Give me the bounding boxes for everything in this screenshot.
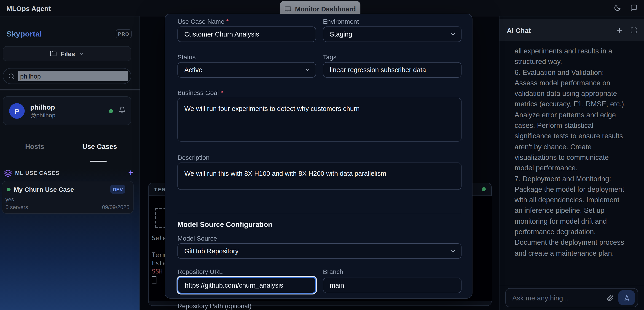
terminal-cursor [152, 276, 156, 284]
files-label: Files [60, 50, 75, 57]
monitor-icon [284, 6, 291, 12]
search-selected-text: philhop [18, 71, 128, 81]
environment-select[interactable]: Staging [323, 26, 462, 42]
use-case-servers: 0 servers [6, 204, 28, 210]
files-dropdown-button[interactable]: Files [3, 46, 131, 61]
description-label: Description [178, 154, 210, 161]
terminal-line: Sele [152, 235, 166, 242]
chevron-down-icon [79, 51, 84, 56]
folder-icon [50, 50, 57, 57]
chevron-down-icon [304, 67, 310, 73]
terminal-line: Esta [152, 260, 166, 267]
search-icon [8, 73, 15, 79]
status-label: Status [178, 53, 196, 61]
expand-icon[interactable] [630, 27, 637, 33]
model-source-select[interactable]: GitHub Repository [178, 243, 462, 259]
tags-input[interactable]: linear regression subscriber data [323, 62, 462, 78]
paperclip-icon[interactable] [607, 294, 614, 301]
required-marker: * [226, 18, 229, 25]
ai-chat-header: AI Chat [500, 19, 644, 41]
send-icon [623, 294, 630, 301]
use-case-date: 09/09/2025 [102, 204, 130, 210]
status-select[interactable]: Active [178, 62, 316, 78]
repository-url-label: Repository URL [178, 268, 223, 275]
terminal-line: Term [152, 252, 166, 258]
use-case-name-label: Use Case Name * [178, 18, 229, 25]
brand-logo: Skyportal [6, 30, 42, 39]
user-status-dot [109, 109, 113, 113]
ai-chat-panel: AI Chat all experiments and results in a… [499, 16, 644, 310]
terminal-status-dot [482, 187, 486, 191]
sidebar-divider [0, 90, 140, 90]
sidebar: Skyportal PRO Files philhop P philhop @p… [0, 16, 140, 310]
tab-use-cases[interactable]: Use Cases [82, 143, 117, 150]
avatar: P [9, 103, 25, 119]
tab-hosts[interactable]: Hosts [25, 143, 44, 150]
use-case-subtitle: yes [6, 196, 14, 203]
user-name: philhop [30, 103, 55, 111]
use-case-title: My Churn Use Case [14, 186, 74, 193]
business-goal-label: Business Goal * [178, 89, 223, 96]
app-title: MLOps Agent [6, 4, 51, 12]
ai-chat-input[interactable]: Ask me anything... [506, 288, 638, 307]
app-root: TERMINAL Sele Term Esta SSH MLOps Agent … [0, 0, 644, 310]
model-source-label: Model Source [178, 235, 217, 242]
new-chat-plus-icon[interactable] [616, 27, 623, 33]
terminal-line-ssh: SSH [152, 268, 162, 275]
moon-icon[interactable] [614, 4, 621, 11]
chevron-down-icon [450, 31, 456, 37]
use-case-modal: Use Case Name * Customer Churn Analysis … [165, 14, 472, 299]
add-use-case-button[interactable]: + [128, 168, 133, 178]
env-badge: DEV [110, 185, 125, 194]
required-marker: * [220, 89, 223, 96]
ai-chat-footer: Ask me anything... [500, 285, 644, 310]
user-profile-card[interactable]: P philhop @philhop [3, 96, 131, 125]
business-goal-textarea[interactable]: We will run four experiments to detect w… [178, 98, 462, 142]
ai-chat-message: all experiments and results in a structu… [514, 46, 634, 258]
model-source-section-title: Model Source Configuration [178, 220, 272, 229]
use-case-list-item[interactable]: My Churn Use Case DEV yes 0 servers 09/0… [2, 181, 134, 214]
chat-bubble-icon[interactable] [630, 4, 638, 11]
repository-path-label: Repository Path (optional) [178, 302, 252, 310]
bell-icon[interactable] [118, 106, 126, 114]
chevron-down-icon [450, 248, 456, 254]
active-tab-underline [90, 161, 106, 162]
monitor-dashboard-label: Monitor Dashboard [295, 5, 356, 13]
ml-use-cases-title: ML USE CASES [15, 170, 60, 176]
ai-chat-title: AI Chat [507, 26, 531, 34]
pro-badge: PRO [116, 29, 132, 38]
repository-url-input[interactable]: https://github.com/churn_analysis [178, 277, 316, 294]
environment-label: Environment [323, 18, 359, 25]
description-textarea[interactable]: We will run this with 8X H100 and with 8… [178, 162, 462, 190]
use-case-status-dot [7, 188, 10, 191]
user-handle: @philhop [30, 112, 55, 119]
search-input[interactable]: philhop [3, 68, 131, 84]
ai-chat-placeholder: Ask me anything... [512, 294, 569, 302]
layers-icon [4, 169, 12, 177]
branch-input[interactable]: main [323, 278, 462, 293]
send-button[interactable] [618, 290, 635, 305]
modal-divider [178, 214, 460, 214]
tags-label: Tags [323, 53, 336, 61]
branch-label: Branch [323, 268, 343, 275]
use-case-name-input[interactable]: Customer Churn Analysis [178, 26, 316, 42]
